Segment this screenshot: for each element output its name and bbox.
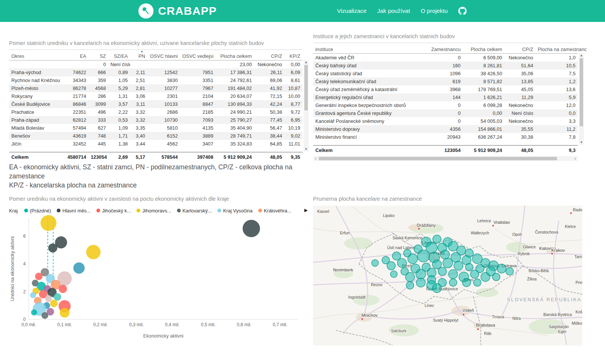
horizontal-scrollbar[interactable]: ‹ › [313, 156, 578, 161]
map-bubble[interactable] [433, 235, 441, 243]
legend-item[interactable]: Královéhra... [258, 208, 292, 214]
map-bubble[interactable] [449, 279, 457, 287]
scatter-bubble[interactable] [50, 300, 58, 307]
map-bubble[interactable] [497, 264, 506, 273]
column-header[interactable]: CP/Z [504, 43, 535, 54]
legend-item[interactable]: Hlavní měs... [57, 208, 91, 214]
vertical-scrollbar[interactable]: ▲ ▼ [304, 60, 309, 152]
scatter-bubble[interactable] [45, 295, 52, 302]
column-header[interactable]: ▲PN [130, 50, 147, 60]
map-bubble[interactable] [470, 270, 479, 278]
map-bubble[interactable] [454, 261, 463, 270]
map-bubble[interactable] [448, 270, 458, 279]
table-row[interactable]: Český telekomunikační úřad6198 571,8213,… [313, 77, 578, 85]
column-header[interactable]: EA [64, 50, 88, 60]
map-bubble[interactable] [443, 258, 453, 268]
scatter-bubble[interactable] [35, 273, 43, 280]
map-bubble[interactable] [391, 271, 397, 277]
github-icon[interactable] [458, 7, 467, 15]
legend-item[interactable]: Jihočeský k... [96, 208, 131, 214]
scatter-bubble[interactable] [60, 308, 70, 318]
table-row[interactable]: Kancelář Poslanecké sněmovny054 005,03Ne… [313, 117, 578, 125]
table-row[interactable]: Rokycany217742861,313,062301210420 634,0… [9, 92, 302, 100]
column-header[interactable]: Plocha celkem [463, 43, 504, 54]
column-header[interactable]: OSVC vedlejsi [180, 50, 216, 60]
scroll-left-icon[interactable]: ‹ [313, 156, 318, 161]
column-header[interactable]: CP/Z [254, 50, 284, 60]
table-row[interactable]: Ministerstvo dopravy4356154 866,0135,551… [313, 125, 578, 133]
map-canvas[interactable]: KasselLipskoDrážďanyLehniceVratislavWałb… [313, 206, 582, 345]
table-row[interactable]: Ministerstvo financí20943636 267,2430,38… [313, 133, 578, 141]
column-header[interactable]: Zamestnancu [425, 43, 463, 54]
column-header[interactable]: instituce [313, 43, 425, 54]
table-row[interactable]: Praha-západ628123330,533,3210730709325 7… [9, 116, 302, 124]
scatter-bubble[interactable] [48, 243, 57, 252]
map-bubble[interactable] [416, 269, 426, 279]
table-row[interactable]: Benešov436197481,713,406152388928 749,71… [9, 132, 302, 140]
map-bubble[interactable] [462, 279, 471, 287]
map-bubble[interactable] [473, 279, 481, 287]
table-row[interactable]: Český úřad zeměměřický a katastrální3968… [313, 85, 578, 93]
table-row[interactable]: Energetický regulační úřad1441 626,2111,… [313, 93, 578, 101]
scroll-up-icon[interactable]: ▲ [304, 60, 309, 65]
map-bubble[interactable] [387, 262, 396, 270]
map-bubble[interactable] [492, 273, 500, 281]
nav-vizualizace[interactable]: Vizualizace [337, 8, 366, 14]
scatter-bubble[interactable] [243, 220, 260, 237]
column-header[interactable]: Plocha celkem [216, 50, 254, 60]
scroll-down-icon[interactable]: ▼ [579, 140, 584, 145]
nav-o-projektu[interactable]: O projektu [420, 8, 448, 14]
table-row[interactable]: Mladá Boleslav574946271,093,355810413535… [9, 124, 302, 132]
map-bubble[interactable] [405, 273, 414, 282]
scatter-bubble[interactable] [73, 262, 85, 274]
map-bubble[interactable] [438, 267, 447, 276]
map-bubble[interactable] [372, 260, 379, 266]
legend-item[interactable]: (Prázdné) [24, 208, 51, 214]
column-header[interactable]: SZ [88, 50, 108, 60]
map-bubble[interactable] [417, 250, 430, 262]
column-header[interactable]: KP/Z [284, 50, 302, 60]
table-row[interactable]: Český statistický úřad109638 426,5035,06… [313, 70, 578, 77]
scatter-bubble[interactable] [42, 312, 48, 319]
table-row[interactable]: Plzeň-město8627845685,292,81102777967191… [9, 84, 302, 92]
table-row[interactable]: Grantová agentura České republiky00,00Ne… [313, 109, 578, 117]
legend-item[interactable]: Kraj Vysočina [217, 208, 253, 214]
map-bubble[interactable] [433, 283, 442, 293]
table-row[interactable]: České Budějovice8684630993,573,111013388… [9, 100, 302, 108]
scroll-up-icon[interactable]: ▲ [579, 53, 584, 58]
map-bubble[interactable] [465, 263, 473, 271]
table-row[interactable]: Jičín324524451,383,444562340735 324,8364… [9, 140, 302, 148]
scatter-bubble[interactable] [31, 310, 37, 316]
vertical-scrollbar[interactable]: ▲ ▼ [579, 53, 584, 145]
table-row[interactable]: Rychnov nad Kněžnou343433591,052,5138303… [9, 76, 302, 84]
column-header[interactable]: Okres [9, 50, 64, 60]
map-bubble[interactable] [397, 259, 406, 268]
map-bubble[interactable] [408, 254, 417, 264]
column-header[interactable]: SZ/EA [108, 50, 130, 60]
table-row[interactable]: Český báňský úřad1608 261,8151,6410,5 [313, 62, 578, 70]
nav-jak-pouzivat[interactable]: Jak používat [377, 8, 410, 14]
map-bubble[interactable] [481, 273, 490, 282]
table-row[interactable]: Praha-východ746226660,892,1112542785117 … [9, 68, 302, 76]
column-header[interactable]: OSVC hlavni [147, 50, 180, 60]
legend-item[interactable]: Jihomoravs... [137, 208, 171, 214]
table-row[interactable]: Prachatice223514962,223,322686218524 990… [9, 108, 302, 116]
table-row[interactable]: Akademie věd ČR06 509,00Nekonečno1,0 [313, 54, 578, 62]
map-bubble[interactable] [406, 282, 414, 289]
table-row[interactable]: 0Není číslo23,00Nekonečno0,00 [9, 60, 302, 68]
scatter-bubble[interactable] [40, 215, 56, 231]
scatter-bubble[interactable] [86, 245, 101, 259]
scroll-down-icon[interactable]: ▼ [304, 147, 309, 152]
legend-item[interactable]: Karlovarský... [177, 208, 212, 214]
scatter-plot[interactable]: 0,0 mil.0,1 mil.0,2 mil.0,3 mil.0,4 mil.… [9, 214, 307, 340]
table-row[interactable]: Generální inspekce bezpečnostních sborů0… [313, 101, 578, 109]
legend-next-icon[interactable]: ▶ [304, 208, 308, 213]
map-bubble[interactable] [416, 278, 425, 287]
map-bubble[interactable] [441, 250, 450, 259]
scatter-bubble[interactable] [59, 285, 67, 293]
column-header[interactable]: Plocha na zamestnanc [535, 43, 578, 54]
scroll-right-icon[interactable]: › [572, 156, 578, 161]
map-bubble[interactable] [506, 268, 513, 275]
scatter-bubble[interactable] [54, 293, 61, 301]
scatter-bubble[interactable] [30, 292, 36, 298]
